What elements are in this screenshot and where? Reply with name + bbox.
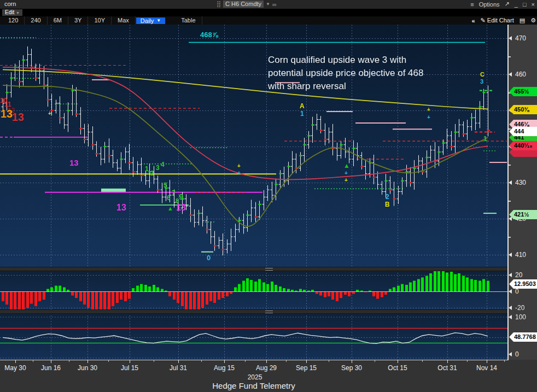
date-minor-tick xyxy=(201,360,202,362)
date-label: Jul 31 xyxy=(170,364,187,372)
date-minor-tick xyxy=(108,360,109,362)
date-tick xyxy=(87,360,88,363)
axis-label-430: 430 xyxy=(515,179,526,186)
axis-tick xyxy=(509,253,512,257)
grip-icon xyxy=(265,268,273,271)
rsi-axis-label: 100 xyxy=(515,313,526,321)
axis-label-410: 410 xyxy=(515,251,526,259)
price-tag: 421½ xyxy=(509,210,537,219)
date-label: Jun 16 xyxy=(41,364,61,372)
chart-sheet-icon[interactable]: ▤ xyxy=(520,17,525,24)
price-tag: 440¹⁄₁₆ xyxy=(509,141,537,150)
date-tick xyxy=(306,360,307,363)
axis-tick xyxy=(509,306,512,310)
popout-icon[interactable]: ↗ xyxy=(505,1,510,8)
axis-tick xyxy=(509,36,512,40)
security-dropdown-icon[interactable]: ▼ xyxy=(266,2,270,7)
date-label: Jul 15 xyxy=(121,364,138,372)
axis-tick xyxy=(509,217,512,221)
price-tag: 455½ xyxy=(509,87,537,96)
price-axis[interactable]: 470460450440430420410200-201000455½450⅜4… xyxy=(507,25,537,360)
drag-grid-icon: ⣿ xyxy=(217,1,221,8)
timeframe-button-10y[interactable]: 10Y xyxy=(88,16,112,25)
axis-tick xyxy=(509,352,512,356)
options-menu[interactable]: Options xyxy=(479,1,500,8)
timeframe-button-240[interactable]: 240 xyxy=(25,16,47,25)
axis-tick xyxy=(509,289,512,294)
interval-label: Daily xyxy=(141,17,154,24)
time-axis-footer: 2025 Hedge Fund Telemetry May 30Jun 16Ju… xyxy=(0,360,537,392)
date-tick xyxy=(447,360,448,363)
date-label: Sep 30 xyxy=(341,364,362,372)
timeframe-button-3y[interactable]: 3Y xyxy=(68,16,88,25)
grip-icon xyxy=(265,311,273,313)
date-tick xyxy=(352,360,352,363)
date-minor-tick xyxy=(69,360,69,362)
date-label: Sep 15 xyxy=(296,364,317,372)
table-view-button[interactable]: Table xyxy=(175,16,202,25)
date-minor-tick xyxy=(154,360,154,362)
timeframe-button-120[interactable]: 120 xyxy=(2,16,25,25)
date-tick xyxy=(15,360,16,363)
time-axis-line xyxy=(0,360,509,360)
date-label: Nov 14 xyxy=(476,364,497,372)
date-tick xyxy=(224,360,225,363)
date-label: Jun 30 xyxy=(78,364,97,372)
axis-label-470: 470 xyxy=(515,34,526,42)
minimize-button[interactable]: _ xyxy=(515,1,518,8)
date-tick xyxy=(51,360,51,363)
hamburger-icon[interactable]: ≡ xyxy=(470,1,474,8)
date-tick xyxy=(487,360,487,363)
axis-minor-tick xyxy=(509,165,511,166)
rsi-axis-label: 0 xyxy=(515,350,519,358)
brand-watermark: Hedge Fund Telemetry xyxy=(212,381,295,390)
pencil-icon: ✎ xyxy=(481,17,486,24)
date-label: May 30 xyxy=(4,364,26,372)
date-tick xyxy=(130,360,130,363)
axis-minor-tick xyxy=(509,56,511,57)
edit-chart-label: Edit Chart xyxy=(487,17,514,24)
title-bar: corn ⣿ C H6 Comdty ▼ ∞ ≡ Options ↗ _ □ × xyxy=(0,0,537,9)
axis-tick xyxy=(509,273,512,277)
close-button[interactable]: × xyxy=(532,1,535,8)
axis-tick xyxy=(509,180,512,185)
date-tick xyxy=(398,360,398,363)
rsi-value-tag: 48.7768 xyxy=(509,332,537,342)
axis-label-460: 460 xyxy=(515,71,526,78)
date-minor-tick xyxy=(33,360,33,362)
menu-row: Edit ▼ xyxy=(0,9,537,16)
collapse-panel-icon[interactable]: « xyxy=(471,17,475,24)
axis-minor-tick xyxy=(509,128,511,130)
timeframe-button-6m[interactable]: 6M xyxy=(48,16,68,25)
panel-resize-handle[interactable] xyxy=(0,267,507,271)
axis-year-label: 2025 xyxy=(248,373,262,381)
panel-resize-handle[interactable] xyxy=(0,309,507,314)
timeframe-button-max[interactable]: Max xyxy=(112,16,136,25)
date-minor-tick xyxy=(375,360,375,362)
link-icon[interactable]: ∞ xyxy=(272,1,277,8)
chart-toolbar: 1202406M3Y10YMaxDaily▼Table « ✎ Edit Cha… xyxy=(0,16,537,25)
security-selector[interactable]: C H6 Comdty xyxy=(223,1,264,8)
date-minor-tick xyxy=(329,360,329,362)
date-minor-tick xyxy=(504,360,505,362)
date-tick xyxy=(178,360,179,363)
macd-axis-label: 0 xyxy=(515,288,519,295)
edit-menu-button[interactable]: Edit ▼ xyxy=(2,9,22,16)
interval-select[interactable]: Daily▼ xyxy=(136,17,165,24)
axis-minor-tick xyxy=(509,237,511,238)
gear-icon[interactable]: ⚙ xyxy=(530,17,536,24)
axis-tick xyxy=(509,72,512,77)
price-tag: 444 xyxy=(509,127,537,136)
axis-minor-tick xyxy=(509,201,511,202)
date-tick xyxy=(266,360,267,363)
window-title: corn xyxy=(4,1,16,7)
macd-axis-label: -20 xyxy=(515,304,524,312)
date-minor-tick xyxy=(422,360,423,362)
maximize-button[interactable]: □ xyxy=(523,1,527,8)
axis-tick xyxy=(509,315,512,319)
timeframe-row: 1202406M3Y10YMaxDaily▼Table xyxy=(2,16,202,25)
macd-axis-label: 20 xyxy=(515,271,522,279)
macd-value-tag: 12.9503 xyxy=(509,279,537,289)
edit-dropdown-icon: ▼ xyxy=(16,11,20,15)
edit-chart-button[interactable]: ✎ Edit Chart xyxy=(481,17,514,24)
